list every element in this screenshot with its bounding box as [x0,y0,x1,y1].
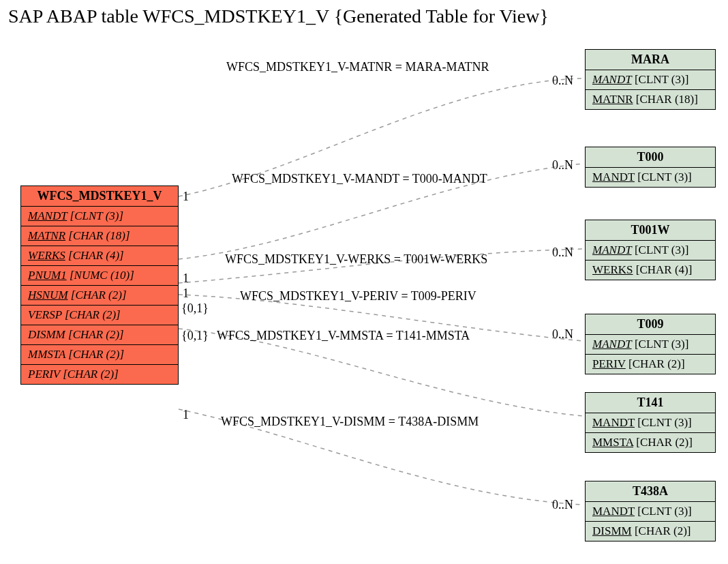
main-field: PNUM1 [NUMC (10)] [21,266,178,286]
right-cardinality: 0..N [552,327,573,342]
main-table-name: WFCS_MDSTKEY1_V [21,186,178,207]
rel-field: PERIV [CHAR (2)] [586,355,715,374]
rel-table-t009: T009 MANDT [CLNT (3)] PERIV [CHAR (2)] [585,314,716,374]
rel-table-name: T000 [586,147,715,168]
rel-field: MANDT [CLNT (3)] [586,413,715,433]
relation-label: WFCS_MDSTKEY1_V-MANDT = T000-MANDT [232,172,487,186]
left-cardinality: 1 [183,286,189,301]
main-field: DISMM [CHAR (2)] [21,325,178,345]
relation-label: WFCS_MDSTKEY1_V-WERKS = T001W-WERKS [225,252,487,267]
main-field: HSNUM [CHAR (2)] [21,286,178,306]
main-field: MMSTA [CHAR (2)] [21,345,178,365]
main-field: WERKS [CHAR (4)] [21,246,178,266]
right-cardinality: 0..N [552,158,573,173]
rel-field: MATNR [CHAR (18)] [586,90,715,109]
main-field: PERIV [CHAR (2)] [21,365,178,384]
rel-table-name: T001W [586,220,715,241]
relation-label: WFCS_MDSTKEY1_V-DISMM = T438A-DISMM [221,415,479,429]
rel-table-t001w: T001W MANDT [CLNT (3)] WERKS [CHAR (4)] [585,220,716,280]
rel-field: MANDT [CLNT (3)] [586,502,715,522]
relation-label: WFCS_MDSTKEY1_V-PERIV = T009-PERIV [240,289,476,303]
right-cardinality: 0..N [552,498,573,512]
rel-table-name: MARA [586,50,715,70]
left-cardinality: {0,1} [181,301,209,316]
right-cardinality: 0..N [552,74,573,88]
rel-table-mara: MARA MANDT [CLNT (3)] MATNR [CHAR (18)] [585,49,716,110]
rel-field: DISMM [CHAR (2)] [586,522,715,541]
rel-table-name: T438A [586,481,715,502]
rel-field: MMSTA [CHAR (2)] [586,433,715,452]
rel-table-name: T141 [586,393,715,413]
rel-field: MANDT [CLNT (3)] [586,335,715,355]
main-table: WFCS_MDSTKEY1_V MANDT [CLNT (3)] MATNR [… [20,185,179,385]
rel-field: MANDT [CLNT (3)] [586,168,715,187]
main-field: MATNR [CHAR (18)] [21,226,178,246]
rel-field: MANDT [CLNT (3)] [586,241,715,261]
page-title: SAP ABAP table WFCS_MDSTKEY1_V {Generate… [8,5,549,27]
rel-field: MANDT [CLNT (3)] [586,70,715,90]
rel-table-t141: T141 MANDT [CLNT (3)] MMSTA [CHAR (2)] [585,392,716,453]
right-cardinality: 0..N [552,246,573,260]
rel-table-name: T009 [586,314,715,335]
relation-label: WFCS_MDSTKEY1_V-MMSTA = T141-MMSTA [217,329,470,343]
main-field: VERSP [CHAR (2)] [21,306,178,325]
left-cardinality: 1 [183,271,189,286]
main-field: MANDT [CLNT (3)] [21,207,178,226]
rel-table-t000: T000 MANDT [CLNT (3)] [585,147,716,188]
rel-field: WERKS [CHAR (4)] [586,261,715,280]
rel-table-t438a: T438A MANDT [CLNT (3)] DISMM [CHAR (2)] [585,481,716,541]
left-cardinality: {0,1} [181,329,209,343]
left-cardinality: 1 [183,408,189,422]
left-cardinality: 1 [183,190,189,204]
relation-label: WFCS_MDSTKEY1_V-MATNR = MARA-MATNR [226,60,489,74]
